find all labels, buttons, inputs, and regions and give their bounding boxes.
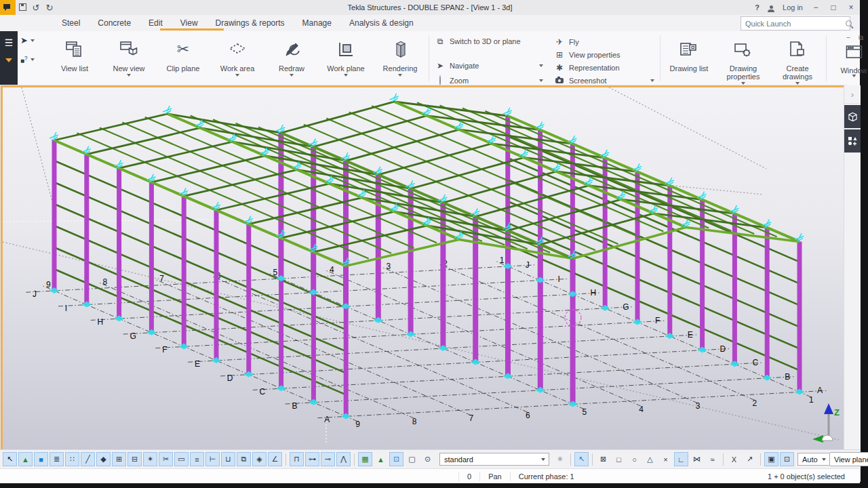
base-plate-mark[interactable]: [115, 315, 124, 321]
grid-line-1[interactable]: [496, 262, 811, 397]
base-plate-mark[interactable]: [438, 345, 448, 351]
tab-analysis-design[interactable]: Analysis & design: [340, 18, 422, 28]
roof-purlin[interactable]: [122, 123, 414, 248]
select-welds-button[interactable]: ✶: [143, 452, 157, 466]
select-joints-button[interactable]: ⊶: [305, 452, 319, 466]
tab-view[interactable]: View: [172, 18, 207, 28]
work-plane-button[interactable]: Work plane: [319, 31, 373, 85]
grid-line-8[interactable]: [100, 283, 414, 418]
snap-perpendicular-button[interactable]: ∟: [674, 452, 688, 466]
base-plate-mark[interactable]: [503, 263, 513, 269]
base-plate-mark[interactable]: [212, 357, 221, 363]
base-plate-mark[interactable]: [277, 385, 286, 391]
work-area-button[interactable]: Work area: [210, 31, 264, 85]
tab-manage[interactable]: Manage: [294, 18, 340, 28]
chevron-down-icon[interactable]: [398, 74, 402, 77]
chevron-down-icon[interactable]: [344, 74, 348, 77]
roof-beam[interactable]: [508, 116, 800, 241]
snap-arrow-button[interactable]: ↗: [743, 452, 757, 466]
structural-model-3d-view[interactable]: 112233445566778899AABBCCDDEEFFGGHHIIJJZ: [3, 87, 840, 445]
representation-button[interactable]: ✱ Representation: [554, 62, 654, 73]
snap-settings-button[interactable]: ✳: [553, 452, 567, 466]
select-grid-lines-button[interactable]: ⊟: [127, 452, 142, 466]
chevron-down-icon[interactable]: [741, 82, 745, 85]
grid-line-9[interactable]: [43, 286, 357, 422]
select-parts-button[interactable]: ▲: [18, 452, 33, 466]
select-polygons-button[interactable]: ∠: [268, 452, 282, 466]
ortho-toggle-button[interactable]: ▣: [764, 452, 778, 466]
save-icon[interactable]: [16, 3, 29, 13]
help-icon[interactable]: ?: [755, 3, 760, 12]
select-loads-button[interactable]: ◈: [252, 452, 267, 466]
drawing-properties-button[interactable]: Drawing properties: [716, 31, 770, 85]
file-menu-button[interactable]: ☰: [0, 31, 18, 94]
base-plate-mark[interactable]: [179, 343, 189, 349]
base-plate-mark[interactable]: [82, 302, 92, 308]
base-plate-mark[interactable]: [471, 359, 480, 365]
view-minimize-icon[interactable]: −: [846, 34, 850, 42]
snap-zoom-button[interactable]: ⊙: [420, 452, 435, 466]
drag-and-drop-button[interactable]: ⊡: [780, 452, 794, 466]
select-plates-button[interactable]: ⧉: [237, 452, 251, 466]
view-restore-icon[interactable]: ⧉: [859, 34, 863, 42]
connection-mark[interactable]: [390, 94, 399, 102]
tab-drawings-reports[interactable]: Drawings & reports: [207, 18, 294, 28]
base-plate-mark[interactable]: [406, 331, 416, 337]
window-button[interactable]: Window: [840, 43, 867, 77]
model-viewport[interactable]: 112233445566778899AABBCCDDEEFFGGHHIIJJZ: [1, 85, 846, 451]
snap-points-grid-button[interactable]: ⊡: [389, 452, 403, 466]
create-drawings-button[interactable]: Create drawings: [770, 31, 825, 85]
view-properties-button[interactable]: ⊞ View properties: [554, 49, 654, 60]
tekla-logo-icon[interactable]: [0, 0, 16, 15]
selection-filter-combobox[interactable]: standard: [439, 453, 549, 466]
select-welds-toggle-button[interactable]: ⋀: [336, 452, 351, 466]
base-plate-mark[interactable]: [341, 303, 351, 309]
base-plate-mark[interactable]: [536, 277, 545, 283]
snap-free-button[interactable]: ▢: [405, 452, 419, 466]
tab-steel[interactable]: Steel: [53, 18, 89, 28]
undo-icon[interactable]: ↺: [29, 3, 43, 13]
snap-box-button[interactable]: ⊠: [596, 452, 610, 466]
base-plate-mark[interactable]: [244, 371, 254, 378]
tab-concrete[interactable]: Concrete: [89, 18, 140, 28]
select-grids-button[interactable]: ≣: [50, 452, 64, 466]
clip-plane-button[interactable]: ✂ Clip plane: [156, 31, 210, 85]
chevron-down-icon[interactable]: [539, 64, 543, 67]
base-plate-mark[interactable]: [600, 305, 610, 311]
redo-icon[interactable]: ↻: [43, 3, 56, 13]
base-plate-mark[interactable]: [309, 399, 318, 405]
select-points-button[interactable]: ∷: [65, 452, 79, 466]
select-lines-button[interactable]: ╱: [81, 452, 95, 466]
snap-line-button[interactable]: ≈: [705, 452, 719, 466]
rendering-button[interactable]: Rendering: [373, 31, 427, 85]
select-views-button[interactable]: ▭: [174, 452, 189, 466]
redraw-button[interactable]: Redraw: [264, 31, 319, 85]
maximize-button[interactable]: □: [829, 3, 838, 12]
inquire-tool-button[interactable]: ■?: [20, 55, 46, 64]
chevron-down-icon[interactable]: [235, 74, 239, 77]
smart-select-button[interactable]: ↖: [574, 452, 589, 466]
base-plate-mark[interactable]: [503, 373, 513, 379]
base-plate-mark[interactable]: [309, 289, 318, 296]
select-reinforcement-button[interactable]: ⊔: [221, 452, 235, 466]
snap-geometry-points-button[interactable]: ▲: [374, 452, 388, 466]
navigate-button[interactable]: ➤ Navigate: [435, 61, 543, 71]
base-plate-mark[interactable]: [276, 275, 285, 281]
base-plate-mark[interactable]: [698, 347, 707, 353]
screenshot-button[interactable]: Screenshot: [554, 75, 654, 85]
roof-beam[interactable]: [54, 140, 346, 266]
side-pane-collapse-button[interactable]: ›: [844, 85, 861, 104]
minimize-button[interactable]: −: [811, 3, 821, 12]
fly-button[interactable]: ✈ Fly: [554, 37, 654, 47]
grid-line-2[interactable]: [439, 264, 754, 400]
select-cuts-button[interactable]: ✂: [159, 452, 173, 466]
snap-override-x-button[interactable]: X: [727, 452, 741, 466]
select-components-toggle-button[interactable]: ⊓: [290, 452, 304, 466]
login-button[interactable]: Log in: [783, 3, 803, 12]
zoom-button[interactable]: Zoom: [435, 75, 543, 85]
snap-reference-lines-button[interactable]: ▦: [358, 452, 372, 466]
new-view-button[interactable]: New view: [102, 31, 156, 85]
component-catalog-button[interactable]: [844, 105, 861, 128]
select-fittings-button[interactable]: ≡: [190, 452, 204, 466]
tab-edit[interactable]: Edit: [140, 18, 172, 28]
